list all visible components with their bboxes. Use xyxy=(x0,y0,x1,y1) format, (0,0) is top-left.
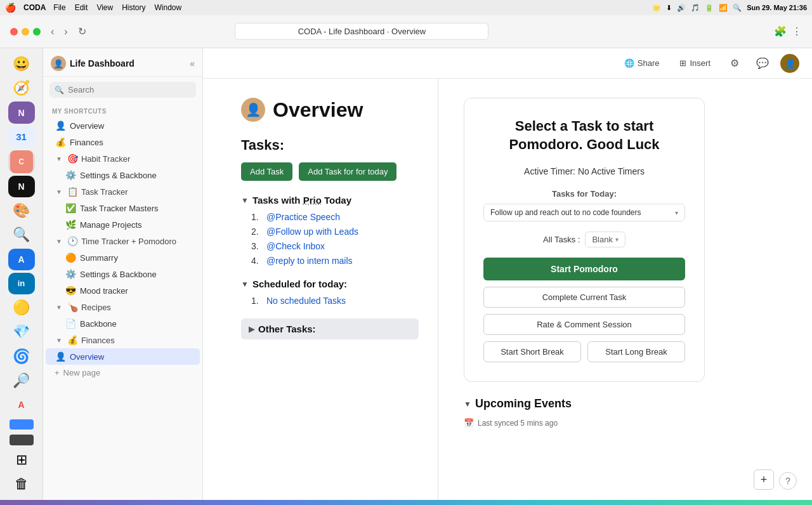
dock-icon-linkedin[interactable]: in xyxy=(8,273,35,294)
prio-task-link-1[interactable]: @Practice Speech xyxy=(266,212,340,222)
menu-file[interactable]: File xyxy=(53,3,65,12)
help-icon: ? xyxy=(785,476,790,486)
sidebar-group-task-tracker[interactable]: ▼ 📋 Task Tracker xyxy=(46,183,200,200)
dock-icon-search2[interactable]: 🔎 xyxy=(8,370,35,391)
dock-icon-grid[interactable]: ⊞ xyxy=(8,449,35,471)
sidebar-item-overview-main[interactable]: 👤 Overview xyxy=(46,348,200,365)
habit-tracker-toggle[interactable]: ▼ xyxy=(55,155,63,162)
scheduled-section-header[interactable]: ▼ Scheduled for today: xyxy=(241,279,419,289)
prio-task-3: @Check Inbox xyxy=(251,241,419,251)
sidebar-item-overview-shortcut[interactable]: 👤 Overview xyxy=(46,117,200,134)
sidebar-group-time-tracker[interactable]: ▼ 🕐 Time Tracker + Pomodoro xyxy=(46,233,200,249)
dock-icon-finder[interactable]: 😀 xyxy=(8,53,35,75)
task-tracker-toggle[interactable]: ▼ xyxy=(55,188,63,195)
sidebar: 👤 Life Dashboard « 🔍 MY SHORTCUTS 👤 Over… xyxy=(43,48,203,500)
sidebar-group-finances[interactable]: ▼ 💰 Finances xyxy=(46,332,200,348)
sidebar-group-recipes[interactable]: ▼ 🍗 Recipes xyxy=(46,299,200,315)
left-panel: 👤 Overview Tasks: Add Task Add Task for … xyxy=(203,79,438,500)
settings-btn[interactable]: ⚙ xyxy=(724,53,745,74)
dock-icon-trash[interactable]: 🗑 xyxy=(8,473,35,495)
dock-icon-figma[interactable]: 🎨 xyxy=(8,200,35,221)
sidebar-item-backbone[interactable]: 📄 Backbone xyxy=(46,315,200,332)
rate-session-button[interactable]: Rate & Comment Session xyxy=(483,314,685,335)
close-button[interactable] xyxy=(10,28,18,36)
sidebar-item-time-settings[interactable]: ⚙️ Settings & Backbone xyxy=(46,266,200,282)
add-task-button[interactable]: Add Task xyxy=(241,162,292,181)
comment-btn[interactable]: 💬 xyxy=(752,53,773,74)
search-box: 🔍 xyxy=(49,82,196,98)
dock-icon-calendar[interactable]: 31 xyxy=(8,126,35,148)
add-note-button[interactable]: + xyxy=(754,469,774,490)
app-layout: 😀 🧭 N 31 C N 🎨 🔍 A in 🟡 💎 🌀 🔎 A ⊞ 🗑 👤 Li… xyxy=(0,48,812,500)
task-masters-icon: ✅ xyxy=(65,203,76,213)
menubar-search-icon[interactable]: 🔍 xyxy=(733,4,742,12)
insert-button[interactable]: ⊞ Insert xyxy=(673,55,717,71)
dock-icon-onenote[interactable]: N xyxy=(8,102,35,123)
recipes-toggle[interactable]: ▼ xyxy=(55,304,63,311)
finances-toggle[interactable]: ▼ xyxy=(55,337,63,344)
menu-edit[interactable]: Edit xyxy=(75,3,88,12)
dock-icon-dev[interactable]: A xyxy=(8,394,35,416)
prio-task-link-4[interactable]: @reply to intern mails xyxy=(266,256,353,266)
dock-icon-diamond[interactable]: 💎 xyxy=(8,321,35,343)
sidebar-group-habit-tracker[interactable]: ▼ 🎯 Habit Tracker xyxy=(46,150,200,167)
maximize-button[interactable] xyxy=(33,28,41,36)
extensions-icon[interactable]: 🧩 xyxy=(774,25,787,37)
manage-projects-icon: 🌿 xyxy=(65,220,76,230)
dock-icon-chrome[interactable]: 🌀 xyxy=(8,345,35,367)
new-page-btn[interactable]: + New page xyxy=(46,365,200,381)
forward-button[interactable]: › xyxy=(62,25,70,39)
active-timer: Active Timer: No Active Timers xyxy=(483,166,685,176)
mood-tracker-icon: 😎 xyxy=(65,285,76,296)
sidebar-item-mood-tracker[interactable]: 😎 Mood tracker xyxy=(46,282,200,299)
add-task-today-button[interactable]: Add Task for for today xyxy=(299,162,396,181)
other-tasks-label: Other Tasks: xyxy=(258,324,316,334)
refresh-button[interactable]: ↻ xyxy=(75,24,89,39)
sidebar-overview-icon: 👤 xyxy=(55,121,66,131)
dock-icon-appstore[interactable]: A xyxy=(8,249,35,270)
dock-icon-mark[interactable]: 🟡 xyxy=(8,297,35,318)
long-break-button[interactable]: Start Long Break xyxy=(587,341,685,362)
share-button[interactable]: 🌐 Share xyxy=(618,55,666,71)
browser-tab: CODA - Life Dashboard · Overview xyxy=(235,23,488,40)
all-tasks-dropdown[interactable]: Blank ▾ xyxy=(585,232,625,247)
browser-nav: ‹ › ↻ xyxy=(48,24,89,39)
prio-task-link-3[interactable]: @Check Inbox xyxy=(266,241,325,251)
time-tracker-toggle[interactable]: ▼ xyxy=(55,238,63,245)
menu-view[interactable]: View xyxy=(96,3,113,12)
dock-icon-safari[interactable]: 🧭 xyxy=(8,77,35,99)
other-tasks-header[interactable]: ▶ Other Tasks: xyxy=(241,318,419,339)
minimize-button[interactable] xyxy=(22,28,29,36)
menu-history[interactable]: History xyxy=(122,3,145,12)
dock-icon-coda[interactable]: C xyxy=(8,150,35,173)
apple-icon[interactable]: 🍎 xyxy=(5,3,16,13)
dock: 😀 🧭 N 31 C N 🎨 🔍 A in 🟡 💎 🌀 🔎 A ⊞ 🗑 xyxy=(0,48,43,500)
complete-task-button[interactable]: Complete Current Task xyxy=(483,287,685,308)
menu-window[interactable]: Window xyxy=(155,3,182,12)
upcoming-header[interactable]: ▼ Upcoming Events xyxy=(464,397,705,410)
tasks-for-today-dropdown[interactable]: Follow up and reach out to no code found… xyxy=(483,204,685,221)
more-icon[interactable]: ⋮ xyxy=(792,25,802,37)
back-button[interactable]: ‹ xyxy=(48,25,56,39)
dock-icon-notion[interactable]: N xyxy=(8,176,35,197)
sidebar-item-summarry[interactable]: 🟠 Summarry xyxy=(46,249,200,266)
sidebar-item-task-tracker-masters[interactable]: ✅ Task Tracker Masters xyxy=(46,200,200,216)
help-button[interactable]: ? xyxy=(779,472,797,490)
start-pomodoro-button[interactable]: Start Pomodoro xyxy=(483,258,685,280)
other-tasks-toggle: ▶ xyxy=(249,325,254,334)
sidebar-item-manage-projects[interactable]: 🌿 Manage Projects xyxy=(46,216,200,233)
sidebar-item-finances-shortcut[interactable]: 💰 Finances xyxy=(46,134,200,150)
prio-section-header[interactable]: ▼ Tasks with Prio Today xyxy=(241,195,419,206)
user-avatar[interactable]: 👤 xyxy=(780,54,799,73)
dock-icon-find[interactable]: 🔍 xyxy=(8,224,35,246)
menubar-wifi-icon: 📶 xyxy=(719,4,728,12)
no-scheduled-label: No scheduled Tasks xyxy=(266,296,346,306)
sidebar-item-habit-settings[interactable]: ⚙️ Settings & Backbone xyxy=(46,167,200,183)
short-break-button[interactable]: Start Short Break xyxy=(483,341,581,362)
task-tracker-icon: 📋 xyxy=(67,187,79,197)
all-tasks-row: All Tasks : Blank ▾ xyxy=(483,232,685,247)
search-input[interactable] xyxy=(68,85,191,95)
sidebar-collapse-btn[interactable]: « xyxy=(190,58,195,69)
page-title: 👤 Overview xyxy=(241,98,419,122)
prio-task-link-2[interactable]: @Follow up with Leads xyxy=(266,226,358,237)
